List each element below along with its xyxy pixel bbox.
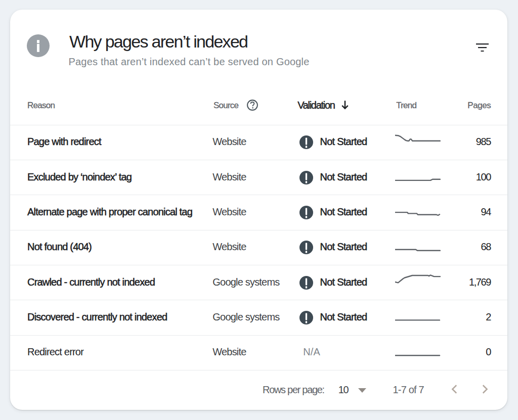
trend-sparkline [395, 300, 441, 335]
source-cell: Website [212, 242, 246, 252]
page-title: Why pages aren’t indexed [69, 33, 247, 50]
pages-cell: 100 [476, 172, 491, 182]
table-row[interactable]: Excluded by ‘noindex’ tagWebsiteNot Star… [10, 160, 507, 195]
pages-cell: 68 [481, 242, 491, 252]
rows-per-page-label: Rows per page: [263, 385, 324, 395]
page-subtitle: Pages that aren’t indexed can’t be serve… [69, 57, 310, 67]
pages-cell: 1,769 [469, 277, 491, 287]
info-icon [27, 34, 50, 57]
validation-status: Not Started [320, 312, 367, 322]
help-icon[interactable] [247, 100, 258, 111]
error-icon [299, 206, 313, 219]
validation-status: Not Started [320, 207, 367, 217]
error-icon [299, 135, 313, 149]
trend-sparkline [395, 336, 441, 370]
error-icon [299, 276, 313, 290]
pages-cell: 985 [476, 136, 491, 147]
pagination-range: 1-7 of 7 [393, 385, 424, 395]
table-row[interactable]: Not found (404)WebsiteNot Started68 [10, 230, 507, 265]
trend-sparkline [395, 230, 441, 265]
trend-sparkline [395, 160, 441, 195]
reason-cell[interactable]: Excluded by ‘noindex’ tag [27, 172, 132, 182]
chevron-right-icon[interactable] [482, 385, 488, 394]
indexing-report-card: Why pages aren’t indexed Pages that aren… [10, 10, 507, 410]
table-row[interactable]: Discovered - currently not indexedGoogle… [10, 300, 507, 335]
source-cell: Google systems [212, 312, 279, 322]
table-row[interactable]: Alternate page with proper canonical tag… [10, 195, 507, 230]
pages-cell: 2 [486, 312, 491, 322]
arrow-downward-icon[interactable] [341, 100, 349, 110]
pages-cell: 94 [481, 207, 491, 217]
source-cell: Website [212, 347, 246, 357]
validation-status: Not Started [320, 242, 367, 252]
trend-sparkline [395, 125, 441, 160]
validation-status: Not Started [320, 277, 367, 287]
pages-cell: 0 [486, 347, 491, 357]
reason-cell[interactable]: Redirect error [27, 347, 83, 357]
table-row[interactable]: Crawled - currently not indexedGoogle sy… [10, 265, 507, 300]
chevron-left-icon[interactable] [451, 385, 457, 394]
reason-cell[interactable]: Page with redirect [27, 136, 101, 147]
reason-cell[interactable]: Not found (404) [27, 242, 92, 252]
column-header-trend[interactable]: Trend [396, 101, 416, 110]
source-cell: Website [212, 207, 246, 217]
reason-cell[interactable]: Alternate page with proper canonical tag [27, 207, 192, 217]
dropdown-arrow-icon[interactable] [358, 388, 366, 393]
validation-status: Not Started [320, 136, 367, 147]
trend-sparkline [395, 195, 441, 230]
table-row[interactable]: Redirect errorWebsiteN/A0 [10, 336, 507, 370]
column-header-validation[interactable]: Validation [297, 100, 334, 110]
source-cell: Website [212, 172, 246, 182]
validation-status: N/A [303, 347, 320, 357]
column-header-source[interactable]: Source [213, 101, 238, 110]
error-icon [299, 311, 313, 324]
column-header-pages[interactable]: Pages [467, 101, 491, 110]
source-cell: Website [212, 136, 246, 147]
table-row[interactable]: Page with redirectWebsiteNot Started985 [10, 125, 507, 160]
filter-icon[interactable] [476, 43, 489, 52]
error-icon [299, 241, 313, 254]
error-icon [299, 171, 313, 184]
column-header-reason[interactable]: Reason [27, 101, 55, 110]
reason-cell[interactable]: Discovered - currently not indexed [27, 312, 167, 322]
validation-status: Not Started [320, 172, 367, 182]
trend-sparkline [395, 265, 441, 300]
source-cell: Google systems [212, 277, 279, 287]
rows-per-page-value[interactable]: 10 [338, 385, 349, 395]
reason-cell[interactable]: Crawled - currently not indexed [27, 277, 155, 287]
